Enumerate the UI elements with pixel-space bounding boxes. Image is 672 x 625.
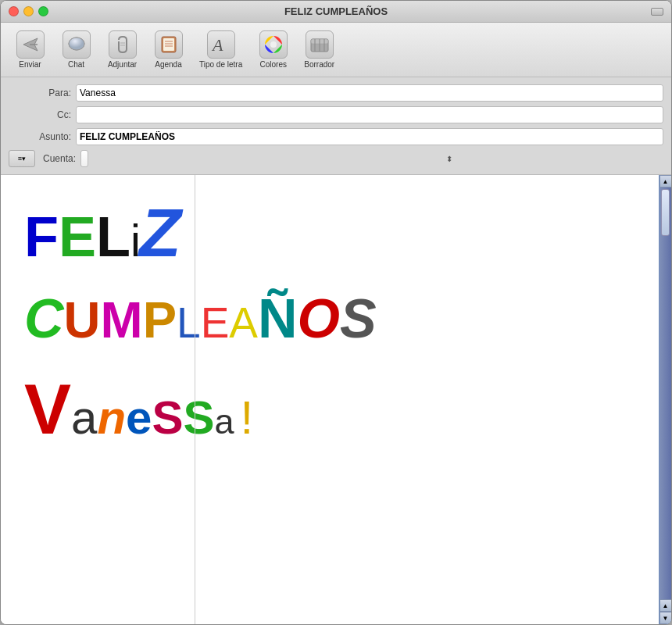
scroll-track[interactable] bbox=[659, 188, 671, 599]
p-letter: P bbox=[143, 290, 177, 351]
para-input[interactable] bbox=[76, 84, 663, 102]
down-arrow-icon-2: ▼ bbox=[663, 615, 669, 622]
s-letter: S bbox=[340, 286, 377, 352]
cc-label: Cc: bbox=[9, 109, 71, 120]
cuenta-select-wrapper bbox=[80, 150, 456, 167]
adjuntar-button[interactable]: Adjuntar bbox=[101, 27, 144, 72]
traffic-lights bbox=[9, 6, 48, 16]
asunto-label: Asunto: bbox=[9, 131, 71, 142]
enviar-icon bbox=[16, 30, 45, 59]
e3-letter: e bbox=[126, 390, 152, 446]
tipo-letra-label: Tipo de letra bbox=[199, 60, 242, 69]
form-area: Para: Cc: Asunto: ≡▾ Cuenta: bbox=[1, 77, 671, 175]
email-window: FELIZ CUMPLEAÑOS Enviar bbox=[0, 0, 672, 625]
resize-button[interactable] bbox=[651, 8, 663, 16]
cc-row: Cc: bbox=[1, 104, 671, 126]
s3-letter: S bbox=[183, 390, 214, 446]
list-icon-symbol: ≡▾ bbox=[18, 155, 26, 162]
birthday-message: F E L i Z C U M P L E A Ñ O S bbox=[24, 198, 635, 452]
v-letter: V bbox=[24, 367, 71, 452]
cuenta-select[interactable] bbox=[80, 150, 88, 167]
svg-rect-7 bbox=[163, 38, 174, 51]
borrador-button[interactable]: Borrador bbox=[298, 27, 341, 72]
compose-content[interactable]: F E L i Z C U M P L E A Ñ O S bbox=[1, 175, 659, 624]
cuenta-row: ≡▾ Cuenta: bbox=[1, 148, 671, 170]
agenda-label: Agenda bbox=[155, 60, 181, 69]
window-title: FELIZ CUMPLEAÑOS bbox=[284, 5, 388, 17]
cuenta-label: Cuenta: bbox=[40, 153, 76, 164]
enviar-label: Enviar bbox=[19, 60, 41, 69]
a2-letter: A bbox=[229, 297, 258, 348]
i-letter: i bbox=[130, 213, 139, 268]
borrador-icon bbox=[306, 30, 334, 59]
l2-letter: L bbox=[177, 297, 201, 348]
f-letter: F bbox=[24, 203, 59, 270]
colores-icon bbox=[259, 30, 288, 59]
e-letter: E bbox=[59, 203, 96, 270]
scrollbar: ▲ ▲ ▼ bbox=[659, 175, 671, 624]
compose-area: F E L i Z C U M P L E A Ñ O S bbox=[1, 175, 671, 624]
o-letter: O bbox=[298, 286, 340, 352]
adjuntar-label: Adjuntar bbox=[108, 60, 137, 69]
enviar-button[interactable]: Enviar bbox=[9, 27, 52, 72]
up-arrow-icon: ▲ bbox=[663, 178, 669, 185]
tipo-letra-icon: A bbox=[207, 30, 235, 59]
feliz-line: F E L i Z bbox=[24, 198, 635, 270]
cumpleanos-line: C U M P L E A Ñ O S bbox=[24, 286, 635, 352]
scroll-thumb[interactable] bbox=[661, 189, 670, 236]
svg-point-13 bbox=[270, 41, 277, 48]
svg-text:A: A bbox=[211, 35, 223, 55]
maximize-button[interactable] bbox=[38, 6, 48, 16]
scroll-down-arrow-1[interactable]: ▲ bbox=[659, 599, 672, 612]
svg-point-3 bbox=[69, 38, 84, 50]
asunto-input[interactable] bbox=[76, 128, 663, 145]
scroll-up-arrow[interactable]: ▲ bbox=[659, 175, 672, 188]
adjuntar-icon bbox=[109, 30, 137, 59]
scroll-bottom-arrows: ▲ ▼ bbox=[659, 599, 672, 624]
colores-button[interactable]: Colores bbox=[252, 27, 295, 72]
close-button[interactable] bbox=[9, 6, 19, 16]
e2-letter: E bbox=[201, 297, 230, 348]
a4-letter: a bbox=[215, 401, 234, 443]
m1-letter: M bbox=[101, 290, 143, 351]
cc-input[interactable] bbox=[76, 106, 663, 123]
down-arrow-icon-1: ▲ bbox=[663, 602, 669, 609]
tipo-letra-button[interactable]: A Tipo de letra bbox=[193, 27, 248, 72]
chat-label: Chat bbox=[68, 60, 84, 69]
n2-letter: n bbox=[97, 390, 126, 446]
para-row: Para: bbox=[1, 82, 671, 104]
list-icon[interactable]: ≡▾ bbox=[9, 150, 35, 167]
minimize-button[interactable] bbox=[23, 6, 34, 16]
s2-letter: S bbox=[152, 390, 183, 446]
colores-label: Colores bbox=[259, 60, 286, 69]
a3-letter: a bbox=[71, 390, 97, 446]
vanessa-line: V a n e S S a ! bbox=[24, 367, 635, 452]
borrador-label: Borrador bbox=[304, 60, 334, 69]
chat-button[interactable]: Chat bbox=[55, 27, 98, 72]
l-letter: L bbox=[96, 203, 130, 270]
z-letter: Z bbox=[139, 198, 181, 267]
asunto-row: Asunto: bbox=[1, 126, 671, 148]
u1-letter: U bbox=[64, 290, 101, 351]
agenda-icon bbox=[155, 30, 183, 59]
toolbar: Enviar Chat bbox=[1, 23, 671, 77]
n-letter: Ñ bbox=[258, 286, 298, 352]
agenda-button[interactable]: Agenda bbox=[147, 27, 190, 72]
c-letter: C bbox=[24, 286, 64, 352]
chat-icon bbox=[63, 30, 91, 59]
para-label: Para: bbox=[9, 88, 71, 98]
title-bar: FELIZ CUMPLEAÑOS bbox=[1, 1, 671, 23]
scroll-down-arrow-2[interactable]: ▼ bbox=[659, 612, 672, 624]
exclaim: ! bbox=[241, 390, 254, 446]
